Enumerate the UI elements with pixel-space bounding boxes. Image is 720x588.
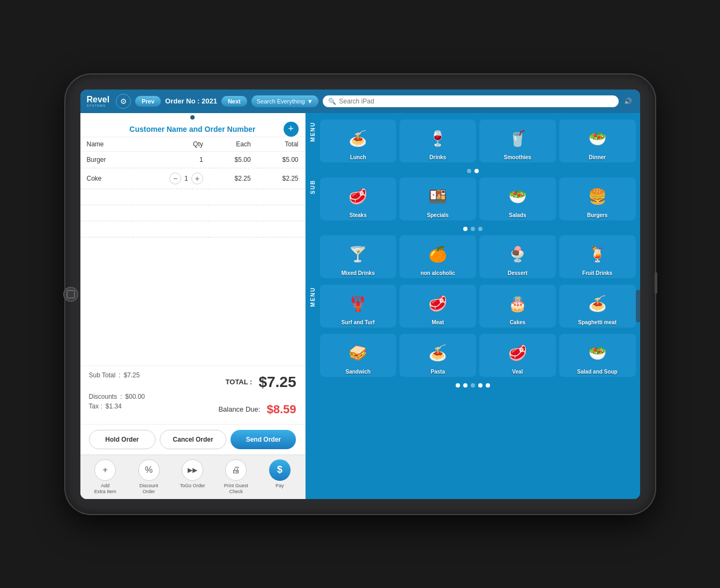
menu-item-mixed[interactable]: 🍸 Mixed Drinks [320,235,397,278]
volume-indicator: 🔊 [623,98,634,105]
add-order-button[interactable]: + [284,122,299,137]
menu-item-sandwich[interactable]: 🥪 Sandwich [320,334,397,377]
qty-increase-button[interactable]: + [191,173,203,184]
panel-top-dot [80,113,305,120]
total-right: TOTAL : $7.25 [226,371,296,391]
lunch-image: 🍝 [339,124,377,153]
menu-label-1: MENU [308,117,318,146]
menu-item-salads[interactable]: 🥗 Salads [479,177,556,220]
togo-icon: ▶▶ [182,459,203,481]
print-check-button[interactable]: 🖨 Print GuestCheck [220,459,252,495]
main-content: Customer Name and Order Number + Name Qt… [80,113,640,499]
order-table: Name Qty Each Total Burger 1 $5.00 $5.00 [80,137,305,237]
search-everything-button[interactable]: Search Everything ▼ [251,95,318,107]
item-name: Coke [80,168,133,189]
add-icon: + [94,459,116,481]
drinks-image: 🍷 [419,124,457,153]
dot [467,169,471,173]
dot-active [463,227,467,231]
menu-item-nonalcoholic[interactable]: 🍊 non alcoholic [399,235,476,278]
cakes-image: 🎂 [499,289,536,318]
menu-item-lunch[interactable]: 🍝 Lunch [320,120,397,162]
dinner-image: 🥗 [578,124,616,153]
menu-section-4: MENU 🦞 Surf and Turf 🥩 Meat 🎂 Cakes [308,282,638,330]
veal-image: 🥩 [499,338,536,368]
menu-item-meat[interactable]: 🥩 Meat [399,285,476,328]
menu-item-cakes[interactable]: 🎂 Cakes [479,285,556,328]
menu-item-dinner[interactable]: 🥗 Dinner [559,120,636,162]
menu-item-pasta[interactable]: 🍝 Pasta [399,334,476,377]
send-order-button[interactable]: Send Order [231,430,296,449]
salads-image: 🥗 [499,182,536,211]
menu-item-salad-soup[interactable]: 🥗 Salad and Soup [559,334,636,377]
spaghetti-label: Spaghetti meat [578,319,617,325]
order-actions: Hold Order Cancel Order Send Order [80,424,305,455]
menu-item-burgers[interactable]: 🍔 Burgers [559,177,636,220]
item-each: $2.25 [210,168,257,189]
togo-order-button[interactable]: ▶▶ ToGo Order [176,459,209,495]
nonalcoholic-label: non alcoholic [420,270,455,276]
menu-panel: MENU 🍝 Lunch 🍷 Drinks 🥤 Smoothies [306,113,640,499]
menu-item-dessert[interactable]: 🍨 Dessert [479,235,556,278]
settings-button[interactable]: ⚙ [116,94,131,109]
steaks-label: Steaks [350,212,367,218]
menu-item-steaks[interactable]: 🥩 Steaks [320,177,397,220]
menu-section-drinks: --- 🍸 Mixed Drinks 🍊 non alcoholic 🍨 [308,233,638,280]
fruit-drinks-label: Fruit Drinks [582,270,612,276]
add-extra-item-button[interactable]: + AddExtra Item [89,459,121,495]
menu-item-specials[interactable]: 🍱 Specials [399,177,476,220]
menu-grid-1: 🍝 Lunch 🍷 Drinks 🥤 Smoothies 🥗 [318,117,638,165]
sandwich-image: 🥪 [339,338,377,368]
item-name: Burger [80,151,133,168]
meat-image: 🥩 [419,289,457,318]
ipad-screen: Revel SYSTEMS ⚙ Prev Order No : 2021 Nex… [80,90,640,499]
lunch-label: Lunch [350,154,366,160]
hold-order-button[interactable]: Hold Order [89,430,155,449]
table-row[interactable]: Burger 1 $5.00 $5.00 [80,151,305,168]
next-button[interactable]: Next [221,96,247,107]
specials-image: 🍱 [419,182,457,211]
steaks-image: 🥩 [339,182,377,211]
dessert-label: Dessert [508,270,528,276]
search-ipad-container: 🔍 [323,95,619,107]
discount-order-button[interactable]: % DiscountOrder [133,459,165,495]
bottom-toolbar: + AddExtra Item % DiscountOrder ▶▶ ToGo … [80,455,305,499]
menu-item-spaghetti[interactable]: 🍝 Spaghetti meat [559,285,636,328]
order-header: Customer Name and Order Number + [80,120,305,137]
menu-item-veal[interactable]: 🥩 Veal [479,334,556,377]
total-label: TOTAL : [226,378,253,386]
dollar-icon: $ [269,459,291,481]
dot [478,227,483,231]
percent-icon: % [138,459,160,481]
tax-label: Tax : [89,403,102,416]
subtotal-value: $7.25 [124,371,140,391]
dinner-label: Dinner [589,154,606,160]
burgers-image: 🍔 [578,182,616,211]
menu-grid-sub: 🥩 Steaks 🍱 Specials 🥗 Salads 🍔 [318,175,638,222]
table-header-row: Name Qty Each Total [80,137,305,152]
pay-button[interactable]: $ Pay [264,459,296,495]
smoothies-label: Smoothies [504,154,531,160]
search-ipad-input[interactable] [339,98,613,105]
table-row[interactable]: Coke − 1 + $2.25 $2.25 [80,168,305,189]
qty-decrease-button[interactable]: − [169,173,181,184]
side-button[interactable] [655,272,657,294]
burgers-label: Burgers [587,212,607,218]
menu-section-sub: SUB 🥩 Steaks 🍱 Specials 🥗 Salads [308,175,638,222]
home-button[interactable] [63,287,78,302]
cakes-label: Cakes [510,319,525,325]
print-label: Print GuestCheck [224,483,248,495]
discounts-value: $00.00 [125,393,145,400]
table-row-empty [80,221,305,237]
subtotal-label: Sub Total [89,371,116,391]
discounts-row: Discounts : $00.00 [89,393,296,400]
camera-dot [190,115,195,120]
menu-item-smoothies[interactable]: 🥤 Smoothies [479,120,556,162]
menu-item-fruit-drinks[interactable]: 🍹 Fruit Drinks [559,235,636,278]
prev-button[interactable]: Prev [135,96,161,107]
menu-item-surf-turf[interactable]: 🦞 Surf and Turf [320,285,397,328]
menu-item-drinks[interactable]: 🍷 Drinks [399,120,476,162]
item-qty: − 1 + [133,168,210,189]
cancel-order-button[interactable]: Cancel Order [160,430,226,449]
balance-amount: $8.59 [266,403,296,416]
